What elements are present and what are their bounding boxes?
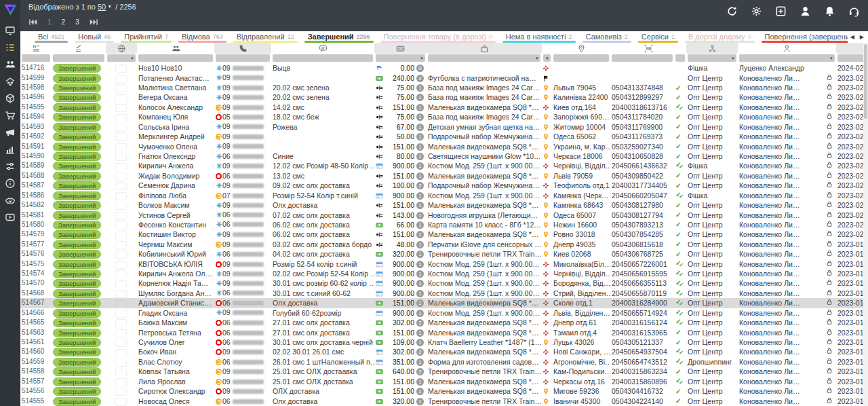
column-header[interactable] <box>427 43 542 54</box>
dashboard-monitor-icon[interactable] <box>5 25 16 36</box>
table-row[interactable]: 514593ЗавершенийСольська Ірина✳09Рожева6… <box>20 122 868 132</box>
table-row[interactable]: 514557ЗавершенийЛила Ярослав0925.01 смс … <box>20 377 868 386</box>
table-row[interactable]: 514599ЗавершенийПотапенко Анастас…✳09240… <box>20 73 868 82</box>
table-row[interactable]: 514559ЗавершенийВлас Слотюу0626.01 смс 1… <box>20 357 868 367</box>
filter-input[interactable]: ▼ <box>428 54 540 62</box>
info-icon[interactable] <box>5 178 16 189</box>
tab-Завершений[interactable]: Завершений2256 <box>301 31 377 43</box>
column-header[interactable] <box>20 43 52 54</box>
filter-caret-icon[interactable]: ▼ <box>535 56 539 60</box>
filter-caret-icon[interactable]: ▼ <box>731 56 735 60</box>
column-header[interactable] <box>106 43 137 54</box>
tab-Нема в наявності[interactable]: Нема в наявності2 <box>499 31 579 43</box>
tab-Самовивіз[interactable]: Самовивіз2 <box>579 31 635 43</box>
column-header[interactable] <box>542 43 552 54</box>
table-row[interactable]: 514595ЗавершенийКолосок Александр0914.02… <box>20 103 868 112</box>
table-row[interactable]: 514577ЗавершенийЧерниш Максим0903.02 смс… <box>20 240 868 249</box>
column-header[interactable] <box>374 43 427 54</box>
profile-icon[interactable] <box>800 5 811 17</box>
table-row[interactable]: 514570ЗавершенийКорнелюк Надія Та…✳0930.… <box>20 278 868 288</box>
first-page-icon[interactable] <box>28 18 37 26</box>
table-row[interactable]: 514598ЗавершенийМалютина Светлана✳0920.0… <box>20 83 868 92</box>
table-row[interactable]: 514591ЗавершенийЧумаченко Олена✳09151.00… <box>20 141 868 151</box>
tab-Відмова[interactable]: Відмова763 <box>175 31 230 43</box>
column-header[interactable] <box>52 43 106 54</box>
tabs-scroll-right-icon[interactable]: ▶ <box>860 34 864 40</box>
table-row[interactable]: 514581ЗавершенийУстинов Сергей✳0607.02 с… <box>20 210 868 219</box>
table-row[interactable]: 514590ЗавершенийГнатюк Олексндр✳06Синие8… <box>20 151 868 161</box>
scrollbar-thumb[interactable] <box>864 44 867 119</box>
tab-Прийнятий[interactable]: Прийнятий7 <box>117 31 175 43</box>
filter-input[interactable] <box>273 54 373 62</box>
warehouse-icon[interactable] <box>5 76 16 87</box>
table-row[interactable]: 514565ЗавершенийБаюка Максим0627.01 смс … <box>20 318 868 327</box>
page-size-caret-icon[interactable]: ▼ <box>107 4 112 9</box>
table-row[interactable]: 514568ЗавершенийШумляс Богдана Ан…✳0630.… <box>20 289 868 298</box>
tab-Новый[interactable]: Новый46 <box>71 31 117 43</box>
settings-sliders-icon[interactable] <box>5 161 16 172</box>
table-row[interactable]: 514716ЗавершенийНов10 Нов10✳09Выцв0.000Ф… <box>20 63 868 73</box>
filter-input[interactable]: ▼ <box>688 54 736 62</box>
tab-Сервіси[interactable]: Сервіси1 <box>635 31 682 43</box>
filter-input[interactable] <box>612 54 673 62</box>
filter-caret-icon[interactable]: ▼ <box>420 56 424 60</box>
tabs-scroll-left-icon[interactable]: ◀ <box>850 34 854 40</box>
page-number[interactable]: 2 <box>62 18 66 26</box>
cart-icon[interactable] <box>5 110 16 121</box>
filter-caret-icon[interactable]: ▼ <box>130 56 134 60</box>
page-size-selector[interactable]: 50 <box>98 3 106 11</box>
customers-icon[interactable] <box>5 59 16 70</box>
column-header[interactable] <box>738 43 836 54</box>
filter-input[interactable] <box>216 54 270 62</box>
column-header[interactable] <box>271 43 374 54</box>
orders-list-icon[interactable] <box>5 42 16 53</box>
table-row[interactable]: 514592ЗавершенийМерклингер Андрей0950.00… <box>20 132 868 141</box>
table-row[interactable]: 514586ЗавершенийФіліпова Люба07Розмір 52… <box>20 190 868 200</box>
filter-input[interactable] <box>553 54 609 62</box>
filter-caret-icon[interactable]: ▼ <box>829 56 833 60</box>
column-header[interactable] <box>552 43 610 54</box>
filter-input[interactable]: ▼ <box>107 54 136 62</box>
table-row[interactable]: 514556ЗавершенийСиротюк Олександр09ОЛХ д… <box>20 386 868 396</box>
table-row[interactable]: 514580ЗавершенийФесенко Константин✳0606.… <box>20 220 868 229</box>
table-row[interactable]: 514563ЗавершенийПетровська Тетяна0627.01… <box>20 327 868 337</box>
table-row[interactable]: 514596ЗавершенийВегера Оксана✳0920.02 см… <box>20 92 868 102</box>
refresh-icon[interactable] <box>726 5 738 17</box>
filter-caret-icon[interactable]: ▼ <box>545 56 549 60</box>
table-row[interactable]: 514567ЗавершенийАдамовский Станис…06Олх … <box>20 298 868 308</box>
filter-input[interactable] <box>138 54 213 62</box>
column-header[interactable] <box>137 43 214 54</box>
app-logo-icon[interactable] <box>3 3 18 17</box>
marketing-megaphone-icon[interactable] <box>5 127 16 138</box>
table-row[interactable]: 514582ЗавершенийВолков Максим✳09Олх дост… <box>20 200 868 210</box>
page-number[interactable]: 3 <box>75 18 79 26</box>
table-row[interactable]: 514561ЗавершенийСучилов Олег0630.01 смс … <box>20 337 868 347</box>
filter-input[interactable] <box>53 54 104 62</box>
page-number[interactable]: 1 <box>47 18 52 26</box>
last-page-icon[interactable] <box>90 18 98 26</box>
tab-В дорозі додому[interactable]: В дорозі додому0 <box>682 31 758 43</box>
table-row[interactable]: 514555ЗавершенийНовосад Олеся06Олх доста… <box>20 396 868 405</box>
filter-input[interactable]: ▼ <box>739 54 835 62</box>
table-row[interactable]: 514558ЗавершенийКовпак Татьяна0925.01 см… <box>20 367 868 376</box>
tab-Повернення товару (в дорозі)[interactable]: Повернення товару (в дорозі)0 <box>377 31 499 43</box>
table-row[interactable]: 514588ЗавершенийЖидак Володимир0613.02 с… <box>20 171 868 181</box>
notifications-bell-icon[interactable] <box>824 5 835 17</box>
column-header[interactable] <box>214 43 271 54</box>
column-header[interactable] <box>686 43 738 54</box>
column-header[interactable] <box>610 43 686 54</box>
table-row[interactable]: 514594ЗавершенийКомпанец Юля0518.02 смс … <box>20 112 868 122</box>
table-row[interactable]: 514566ЗавершенийГладик Оксана✳09Голубий … <box>20 308 868 318</box>
tab-Всі[interactable]: Всі4521 <box>31 31 71 43</box>
table-row[interactable]: 514575ЗавершенийКВІТОВСЬКА ЮЛІЯ09Розмір … <box>20 259 868 268</box>
filter-input[interactable] <box>22 54 50 62</box>
table-row[interactable]: 514579ЗавершенийКостишин Виктор✳0906.02 … <box>20 229 868 239</box>
statistics-chart-icon[interactable] <box>5 144 16 155</box>
table-row[interactable]: 514576ЗавершенийКобилинський Юрий✳0604.0… <box>20 249 868 259</box>
partners-handshake-icon[interactable] <box>5 195 16 206</box>
products-cube-icon[interactable] <box>5 93 16 104</box>
table-row[interactable]: 514574ЗавершенийКирилич Анжела Ол…✳0902.… <box>20 269 868 278</box>
table-row[interactable]: 514589ЗавершенийКирилич Анжела✳0912.02 с… <box>20 161 868 170</box>
filter-input[interactable]: ▼ <box>376 54 425 62</box>
table-scrollbar[interactable] <box>863 43 868 406</box>
